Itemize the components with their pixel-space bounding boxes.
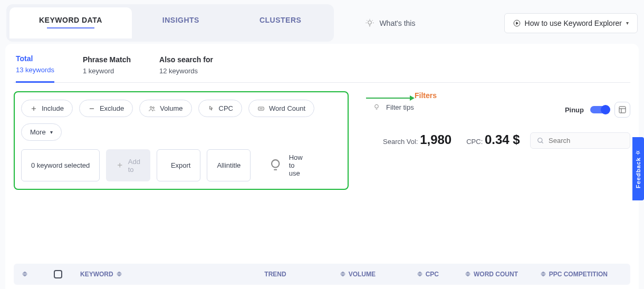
- filters-box: Include Exclude Volume CPC Word Count: [14, 91, 349, 190]
- table-row: 1 digital agency in kanpur <10 0 4 Low: [14, 285, 630, 289]
- search-box[interactable]: [530, 132, 630, 149]
- cpc-value: 0.34 $: [485, 132, 520, 147]
- lightbulb-icon: [366, 19, 374, 27]
- lightbulb-icon: [372, 103, 381, 111]
- keywords-table: KEYWORD TREND VOLUME CPC WORD COUNT PPC …: [14, 264, 630, 289]
- export-button[interactable]: Export: [157, 149, 201, 181]
- chevron-down-icon: ▾: [50, 129, 53, 135]
- svg-point-2: [150, 106, 152, 108]
- search-input[interactable]: [549, 137, 617, 144]
- sort-icon[interactable]: [417, 272, 422, 277]
- how-to-use-keyword-explorer-button[interactable]: How to use Keyword Explorer ▾: [504, 13, 638, 33]
- sort-icon[interactable]: [340, 272, 345, 277]
- sort-icon[interactable]: [541, 272, 546, 277]
- selected-count: 0 keyword selected: [21, 149, 100, 181]
- pointer-icon: [207, 105, 215, 112]
- subtab-total[interactable]: Total 13 keywords: [16, 54, 54, 83]
- sort-icon[interactable]: [22, 272, 27, 277]
- filter-word-count[interactable]: Word Count: [248, 100, 314, 117]
- add-to-button: Add to: [106, 149, 150, 181]
- subtab-phrase-match[interactable]: Phrase Match 1 keyword: [83, 55, 131, 82]
- svg-point-3: [153, 107, 155, 108]
- tab-clusters[interactable]: CLUSTERS: [230, 7, 331, 38]
- filter-volume[interactable]: Volume: [139, 100, 191, 117]
- col-ppc-competition[interactable]: PPC COMPETITION: [523, 271, 608, 278]
- cpc-label: CPC:: [466, 138, 483, 146]
- minus-icon: [88, 105, 95, 112]
- star-icon: ☆: [636, 149, 641, 156]
- select-all-checkbox[interactable]: [54, 270, 62, 278]
- tab-insights[interactable]: INSIGHTS: [133, 7, 229, 38]
- pinup-label: Pinup: [565, 106, 584, 114]
- filter-tips-link[interactable]: Filter tips: [372, 103, 414, 111]
- filter-more[interactable]: More ▾: [21, 123, 62, 141]
- layout-icon: [618, 105, 627, 114]
- annotation-arrow: [366, 98, 414, 99]
- pinup-toggle[interactable]: [590, 106, 608, 113]
- plus-icon: [30, 105, 37, 112]
- main-tabs: KEYWORD DATA INSIGHTS CLUSTERS: [6, 4, 334, 42]
- feedback-tab[interactable]: Feedback☆: [632, 137, 644, 200]
- people-icon: [148, 105, 156, 112]
- search-vol-label: Search Vol:: [383, 138, 418, 146]
- whats-this-link[interactable]: What's this: [366, 19, 415, 27]
- allintitle-button[interactable]: Allintitle: [207, 149, 251, 181]
- how-to-use-button[interactable]: How to use: [257, 149, 314, 181]
- svg-point-6: [375, 104, 379, 108]
- sort-icon[interactable]: [117, 272, 122, 277]
- col-trend: TREND: [244, 271, 307, 278]
- lightbulb-icon: [266, 156, 284, 174]
- plus-icon: [116, 161, 123, 169]
- keyboard-icon: [257, 105, 265, 112]
- col-volume[interactable]: VOLUME: [312, 271, 376, 278]
- svg-point-0: [368, 21, 372, 24]
- chevron-down-icon: ▾: [626, 20, 629, 26]
- filters-annotation: Filters: [415, 91, 437, 100]
- search-icon: [537, 137, 544, 144]
- svg-point-8: [538, 138, 542, 142]
- sort-icon[interactable]: [465, 272, 470, 277]
- layout-button[interactable]: [614, 102, 630, 118]
- filter-exclude[interactable]: Exclude: [79, 100, 133, 117]
- svg-point-5: [272, 160, 279, 167]
- svg-rect-7: [619, 107, 626, 113]
- subtabs: Total 13 keywords Phrase Match 1 keyword…: [14, 54, 630, 83]
- filter-cpc[interactable]: CPC: [198, 100, 242, 117]
- table-header: KEYWORD TREND VOLUME CPC WORD COUNT PPC …: [14, 264, 630, 285]
- play-icon: [513, 20, 521, 27]
- search-vol-value: 1,980: [420, 132, 451, 147]
- col-word-count[interactable]: WORD COUNT: [444, 271, 518, 278]
- col-keyword[interactable]: KEYWORD: [80, 271, 238, 278]
- subtab-also-search-for[interactable]: Also search for 12 keywords: [159, 55, 213, 82]
- col-cpc[interactable]: CPC: [381, 271, 439, 278]
- tab-keyword-data[interactable]: KEYWORD DATA: [9, 7, 132, 38]
- filter-include[interactable]: Include: [21, 100, 73, 117]
